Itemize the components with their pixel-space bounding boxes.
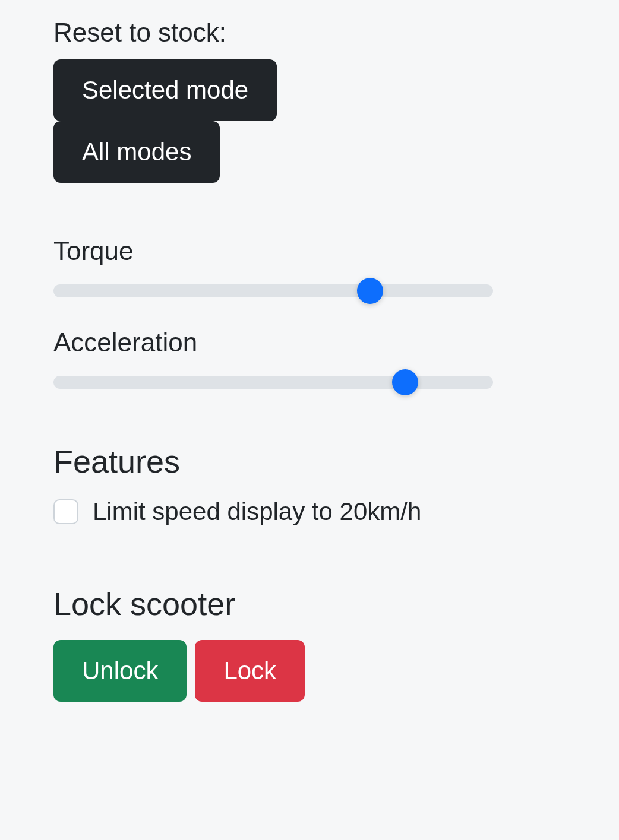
torque-slider[interactable] xyxy=(53,284,493,298)
limit-speed-row: Limit speed display to 20km/h xyxy=(53,497,566,526)
unlock-button[interactable]: Unlock xyxy=(53,640,187,702)
limit-speed-checkbox[interactable] xyxy=(53,499,78,524)
acceleration-slider[interactable] xyxy=(53,375,493,389)
torque-slider-thumb[interactable] xyxy=(357,278,383,304)
lock-heading: Lock scooter xyxy=(53,585,566,622)
sliders-section: Torque Acceleration xyxy=(53,236,566,389)
limit-speed-label: Limit speed display to 20km/h xyxy=(93,497,421,526)
features-heading: Features xyxy=(53,443,566,480)
acceleration-slider-track xyxy=(53,376,493,389)
torque-label: Torque xyxy=(53,236,566,266)
reset-section: Reset to stock: Selected mode All modes xyxy=(53,18,566,183)
reset-selected-mode-button[interactable]: Selected mode xyxy=(53,59,277,121)
lock-section: Lock scooter Unlock Lock xyxy=(53,585,566,702)
lock-button[interactable]: Lock xyxy=(195,640,305,702)
torque-slider-track xyxy=(53,284,493,297)
features-section: Features Limit speed display to 20km/h xyxy=(53,443,566,526)
acceleration-label: Acceleration xyxy=(53,328,566,357)
acceleration-slider-thumb[interactable] xyxy=(392,369,418,395)
reset-label: Reset to stock: xyxy=(53,18,566,47)
reset-all-modes-button[interactable]: All modes xyxy=(53,121,220,183)
